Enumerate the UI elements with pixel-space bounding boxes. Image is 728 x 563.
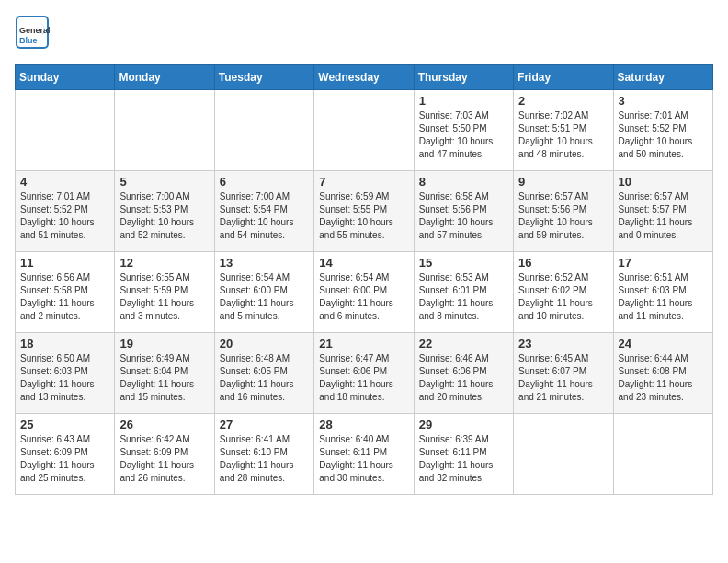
week-row-4: 25Sunrise: 6:43 AMSunset: 6:09 PMDayligh… bbox=[16, 414, 713, 495]
calendar-cell: 10Sunrise: 6:57 AMSunset: 5:57 PMDayligh… bbox=[613, 171, 712, 252]
day-number: 7 bbox=[319, 175, 408, 189]
calendar-cell: 3Sunrise: 7:01 AMSunset: 5:52 PMDaylight… bbox=[613, 90, 712, 171]
col-header-wednesday: Wednesday bbox=[314, 65, 414, 90]
calendar-cell: 1Sunrise: 7:03 AMSunset: 5:50 PMDaylight… bbox=[414, 90, 513, 171]
calendar-cell: 12Sunrise: 6:55 AMSunset: 5:59 PMDayligh… bbox=[115, 252, 214, 333]
day-number: 11 bbox=[20, 256, 109, 270]
calendar-body: 1Sunrise: 7:03 AMSunset: 5:50 PMDaylight… bbox=[16, 90, 713, 495]
calendar-cell: 16Sunrise: 6:52 AMSunset: 6:02 PMDayligh… bbox=[514, 252, 613, 333]
day-number: 25 bbox=[20, 418, 109, 431]
cell-info: Sunrise: 6:39 AMSunset: 6:11 PMDaylight:… bbox=[419, 433, 508, 485]
day-number: 21 bbox=[319, 337, 408, 350]
cell-info: Sunrise: 6:59 AMSunset: 5:55 PMDaylight:… bbox=[319, 190, 408, 242]
day-number: 2 bbox=[518, 94, 608, 108]
calendar-cell: 2Sunrise: 7:02 AMSunset: 5:51 PMDaylight… bbox=[514, 90, 613, 171]
cell-info: Sunrise: 6:41 AMSunset: 6:10 PMDaylight:… bbox=[220, 433, 309, 485]
cell-info: Sunrise: 6:50 AMSunset: 6:03 PMDaylight:… bbox=[20, 352, 109, 404]
calendar-cell: 4Sunrise: 7:01 AMSunset: 5:52 PMDaylight… bbox=[16, 171, 115, 252]
cell-info: Sunrise: 6:51 AMSunset: 6:03 PMDaylight:… bbox=[619, 271, 708, 323]
cell-info: Sunrise: 6:43 AMSunset: 6:09 PMDaylight:… bbox=[20, 433, 109, 485]
day-number: 6 bbox=[220, 175, 309, 189]
col-header-saturday: Saturday bbox=[613, 65, 712, 90]
col-header-tuesday: Tuesday bbox=[214, 65, 313, 90]
calendar-cell bbox=[514, 414, 613, 495]
day-number: 3 bbox=[619, 94, 708, 108]
cell-info: Sunrise: 6:54 AMSunset: 6:00 PMDaylight:… bbox=[319, 271, 408, 323]
cell-info: Sunrise: 6:42 AMSunset: 6:09 PMDaylight:… bbox=[119, 433, 209, 485]
day-number: 5 bbox=[119, 175, 209, 189]
day-number: 22 bbox=[419, 337, 508, 350]
calendar-cell: 27Sunrise: 6:41 AMSunset: 6:10 PMDayligh… bbox=[214, 414, 313, 495]
cell-info: Sunrise: 7:02 AMSunset: 5:51 PMDaylight:… bbox=[518, 109, 608, 161]
calendar-cell: 21Sunrise: 6:47 AMSunset: 6:06 PMDayligh… bbox=[314, 333, 414, 414]
calendar-cell: 20Sunrise: 6:48 AMSunset: 6:05 PMDayligh… bbox=[214, 333, 313, 414]
day-number: 10 bbox=[619, 175, 708, 189]
day-number: 23 bbox=[518, 337, 608, 350]
cell-info: Sunrise: 7:01 AMSunset: 5:52 PMDaylight:… bbox=[619, 109, 708, 161]
day-number: 15 bbox=[419, 256, 508, 270]
cell-info: Sunrise: 6:46 AMSunset: 6:06 PMDaylight:… bbox=[419, 352, 508, 404]
cell-info: Sunrise: 6:44 AMSunset: 6:08 PMDaylight:… bbox=[619, 352, 708, 404]
day-number: 13 bbox=[220, 256, 309, 270]
calendar-cell: 29Sunrise: 6:39 AMSunset: 6:11 PMDayligh… bbox=[414, 414, 513, 495]
cell-info: Sunrise: 6:49 AMSunset: 6:04 PMDaylight:… bbox=[119, 352, 209, 404]
cell-info: Sunrise: 7:03 AMSunset: 5:50 PMDaylight:… bbox=[419, 109, 508, 161]
calendar-cell: 17Sunrise: 6:51 AMSunset: 6:03 PMDayligh… bbox=[613, 252, 712, 333]
day-number: 24 bbox=[619, 337, 708, 350]
day-number: 19 bbox=[119, 337, 209, 350]
cell-info: Sunrise: 6:52 AMSunset: 6:02 PMDaylight:… bbox=[518, 271, 608, 323]
day-number: 1 bbox=[419, 94, 508, 108]
calendar-cell: 26Sunrise: 6:42 AMSunset: 6:09 PMDayligh… bbox=[115, 414, 214, 495]
col-header-monday: Monday bbox=[115, 65, 214, 90]
week-row-2: 11Sunrise: 6:56 AMSunset: 5:58 PMDayligh… bbox=[16, 252, 713, 333]
calendar-cell: 23Sunrise: 6:45 AMSunset: 6:07 PMDayligh… bbox=[514, 333, 613, 414]
calendar-cell: 6Sunrise: 7:00 AMSunset: 5:54 PMDaylight… bbox=[214, 171, 313, 252]
col-header-friday: Friday bbox=[514, 65, 613, 90]
week-row-3: 18Sunrise: 6:50 AMSunset: 6:03 PMDayligh… bbox=[16, 333, 713, 414]
calendar-cell: 18Sunrise: 6:50 AMSunset: 6:03 PMDayligh… bbox=[16, 333, 115, 414]
calendar-cell: 7Sunrise: 6:59 AMSunset: 5:55 PMDaylight… bbox=[314, 171, 414, 252]
logo: General Blue bbox=[15, 15, 50, 53]
calendar-cell bbox=[16, 90, 115, 171]
calendar-cell: 8Sunrise: 6:58 AMSunset: 5:56 PMDaylight… bbox=[414, 171, 513, 252]
day-number: 16 bbox=[518, 256, 608, 270]
calendar-cell: 15Sunrise: 6:53 AMSunset: 6:01 PMDayligh… bbox=[414, 252, 513, 333]
calendar-cell bbox=[115, 90, 214, 171]
day-number: 20 bbox=[220, 337, 309, 350]
cell-info: Sunrise: 6:58 AMSunset: 5:56 PMDaylight:… bbox=[419, 190, 508, 242]
day-number: 28 bbox=[319, 418, 408, 431]
calendar-table: SundayMondayTuesdayWednesdayThursdayFrid… bbox=[15, 64, 713, 495]
logo-icon: General Blue bbox=[15, 15, 50, 53]
cell-info: Sunrise: 6:57 AMSunset: 5:57 PMDaylight:… bbox=[619, 190, 708, 242]
calendar-cell bbox=[613, 414, 712, 495]
calendar-cell: 28Sunrise: 6:40 AMSunset: 6:11 PMDayligh… bbox=[314, 414, 414, 495]
cell-info: Sunrise: 6:40 AMSunset: 6:11 PMDaylight:… bbox=[319, 433, 408, 485]
cell-info: Sunrise: 6:55 AMSunset: 5:59 PMDaylight:… bbox=[119, 271, 209, 323]
week-row-1: 4Sunrise: 7:01 AMSunset: 5:52 PMDaylight… bbox=[16, 171, 713, 252]
day-number: 12 bbox=[119, 256, 209, 270]
calendar-cell: 13Sunrise: 6:54 AMSunset: 6:00 PMDayligh… bbox=[214, 252, 313, 333]
day-number: 29 bbox=[419, 418, 508, 431]
cell-info: Sunrise: 7:00 AMSunset: 5:54 PMDaylight:… bbox=[220, 190, 309, 242]
svg-text:General: General bbox=[19, 26, 50, 35]
day-number: 27 bbox=[220, 418, 309, 431]
calendar-cell: 25Sunrise: 6:43 AMSunset: 6:09 PMDayligh… bbox=[16, 414, 115, 495]
calendar-cell: 11Sunrise: 6:56 AMSunset: 5:58 PMDayligh… bbox=[16, 252, 115, 333]
cell-info: Sunrise: 7:01 AMSunset: 5:52 PMDaylight:… bbox=[20, 190, 109, 242]
calendar-cell: 14Sunrise: 6:54 AMSunset: 6:00 PMDayligh… bbox=[314, 252, 414, 333]
cell-info: Sunrise: 6:47 AMSunset: 6:06 PMDaylight:… bbox=[319, 352, 408, 404]
cell-info: Sunrise: 6:54 AMSunset: 6:00 PMDaylight:… bbox=[220, 271, 309, 323]
svg-text:Blue: Blue bbox=[19, 36, 38, 45]
cell-info: Sunrise: 7:00 AMSunset: 5:53 PMDaylight:… bbox=[119, 190, 209, 242]
cell-info: Sunrise: 6:48 AMSunset: 6:05 PMDaylight:… bbox=[220, 352, 309, 404]
calendar-cell bbox=[214, 90, 313, 171]
day-number: 8 bbox=[419, 175, 508, 189]
day-number: 9 bbox=[518, 175, 608, 189]
calendar-cell: 22Sunrise: 6:46 AMSunset: 6:06 PMDayligh… bbox=[414, 333, 513, 414]
calendar-cell bbox=[314, 90, 414, 171]
cell-info: Sunrise: 6:57 AMSunset: 5:56 PMDaylight:… bbox=[518, 190, 608, 242]
header: General Blue bbox=[15, 15, 713, 53]
day-number: 26 bbox=[119, 418, 209, 431]
calendar-cell: 24Sunrise: 6:44 AMSunset: 6:08 PMDayligh… bbox=[613, 333, 712, 414]
calendar-header-row: SundayMondayTuesdayWednesdayThursdayFrid… bbox=[16, 65, 713, 90]
